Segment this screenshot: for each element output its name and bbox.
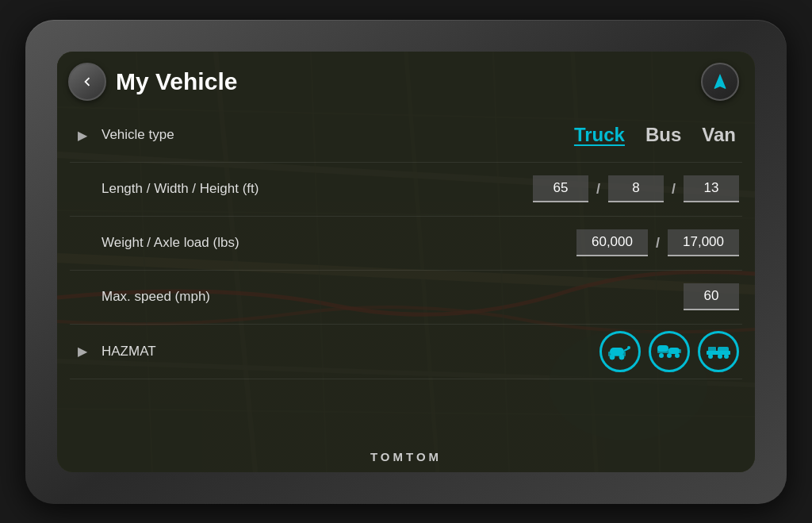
- hazmat-row: ▶ HAZMAT: [70, 325, 742, 379]
- separator-1: /: [596, 181, 600, 198]
- length-input[interactable]: [533, 175, 588, 202]
- hazmat-arrow-icon: ▶: [73, 344, 95, 359]
- vehicle-types-group: Truck Bus Van: [571, 122, 739, 148]
- settings-area: ▶ Vehicle type Truck Bus Van Length / Wi…: [57, 109, 755, 442]
- weight-input[interactable]: [576, 229, 648, 256]
- svg-point-27: [675, 353, 680, 358]
- weight-controls: /: [576, 229, 739, 256]
- navigation-button[interactable]: [701, 63, 739, 101]
- back-button[interactable]: [68, 63, 106, 101]
- svg-rect-29: [708, 347, 716, 353]
- header: My Vehicle: [57, 52, 755, 109]
- brand-bar: TOMTOM: [57, 442, 755, 472]
- vehicle-type-bus[interactable]: Bus: [642, 122, 684, 148]
- svg-rect-30: [718, 347, 729, 353]
- svg-point-25: [659, 353, 664, 358]
- svg-point-33: [724, 354, 729, 359]
- hazmat-icon-3[interactable]: [698, 331, 739, 372]
- separator-3: /: [656, 235, 660, 252]
- hazmat-label: HAZMAT: [102, 344, 599, 360]
- axle-input[interactable]: [668, 229, 739, 256]
- hazmat-icon-1[interactable]: [599, 331, 641, 372]
- ui-overlay: My Vehicle ▶ Vehicle type Truck: [57, 52, 755, 472]
- svg-point-18: [610, 355, 615, 360]
- dimensions-controls: / /: [533, 175, 739, 202]
- speed-controls: [684, 283, 739, 310]
- device-screen: My Vehicle ▶ Vehicle type Truck: [57, 52, 755, 472]
- speed-label: Max. speed (mph): [102, 289, 684, 305]
- page-title: My Vehicle: [116, 68, 691, 95]
- vehicle-type-truck[interactable]: Truck: [571, 122, 628, 148]
- svg-point-26: [667, 353, 672, 358]
- dimensions-label: Length / Width / Height (ft): [102, 181, 533, 197]
- vehicle-type-row: ▶ Vehicle type Truck Bus Van: [70, 109, 742, 163]
- weight-row: Weight / Axle load (lbs) /: [70, 217, 742, 271]
- svg-point-19: [619, 355, 624, 360]
- separator-2: /: [672, 181, 676, 198]
- hazmat-icon-2[interactable]: [649, 331, 690, 372]
- svg-point-32: [718, 354, 722, 359]
- vehicle-type-label: Vehicle type: [102, 127, 571, 143]
- dimensions-row: Length / Width / Height (ft) / /: [70, 163, 742, 217]
- width-input[interactable]: [608, 175, 664, 202]
- svg-point-21: [627, 346, 630, 349]
- hazmat-icons-group: [599, 331, 739, 372]
- device-body: My Vehicle ▶ Vehicle type Truck: [25, 20, 787, 504]
- svg-rect-24: [657, 349, 681, 353]
- vehicle-type-arrow-icon: ▶: [73, 128, 95, 143]
- speed-row: Max. speed (mph): [70, 271, 742, 325]
- svg-point-31: [708, 354, 713, 359]
- vehicle-type-van[interactable]: Van: [699, 122, 739, 148]
- brand-name: TOMTOM: [370, 450, 442, 463]
- height-input[interactable]: [684, 175, 739, 202]
- weight-label: Weight / Axle load (lbs): [102, 235, 576, 251]
- max-speed-input[interactable]: [684, 283, 739, 310]
